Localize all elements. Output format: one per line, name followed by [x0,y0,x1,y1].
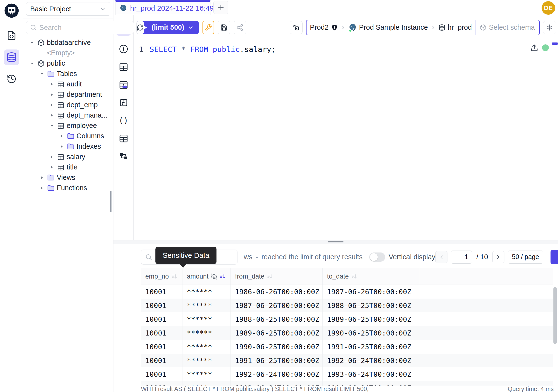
table-cell [419,299,553,312]
caret-right-icon[interactable] [49,92,55,97]
tree-item-empty[interactable]: <Empty> [23,48,113,58]
tree-item-views[interactable]: Views [23,172,113,183]
tree-item-public[interactable]: public [23,58,113,69]
caret-right-icon[interactable] [49,82,55,87]
caret-down-icon[interactable] [29,61,35,66]
panel-splitter[interactable] [113,240,558,244]
editor-scrollbar-thumb[interactable] [552,43,558,45]
page-number-input[interactable] [451,251,472,264]
column-header-from-date[interactable]: from_date [231,268,323,285]
page-size-select[interactable]: 50 / page [508,251,543,264]
results-grid-body: 10001******1986-06-26T00:00:00Z1987-06-2… [141,285,553,386]
tree-item-columns[interactable]: Columns [23,131,113,141]
results-scrollbar-thumb[interactable] [553,287,557,344]
tree-item-tables[interactable]: Tables [23,69,113,79]
table-cell: 1987-06-26T00:00:00Z [323,285,419,299]
table-row[interactable]: 10001******1989-06-25T00:00:00Z1990-06-2… [141,326,553,340]
panel-resize-handle[interactable] [110,191,113,212]
caret-right-icon[interactable] [49,103,55,107]
database-icon [6,52,17,62]
batch-query-button[interactable] [290,21,303,34]
column-header-amount[interactable]: amount [183,268,231,285]
column-header-emp-no[interactable]: emp_no [141,268,183,285]
sort-icon[interactable] [267,273,273,280]
table-icon [57,81,65,88]
save-button[interactable] [218,21,230,34]
table-row[interactable]: 10001******1987-06-26T00:00:00Z1988-06-2… [141,299,553,312]
save-icon [220,24,227,31]
tree-item-bbdataarchive[interactable]: bbdataarchive [23,37,113,48]
table-row[interactable]: 10001******1988-06-25T00:00:00Z1989-06-2… [141,312,553,326]
schema-diagram-button[interactable] [113,147,134,165]
vertical-display-toggle[interactable] [369,253,385,262]
folder-icon [47,70,55,78]
caret-right-icon[interactable] [49,165,55,169]
table-cell: 1986-06-26T00:00:00Z [231,285,323,299]
tree-search-input[interactable] [39,24,130,32]
bytebase-logo[interactable] [4,3,19,18]
functions-panel-button[interactable] [113,94,134,112]
sidebar-item-databases[interactable] [4,50,19,65]
format-wrench-button[interactable] [202,21,214,34]
caret-right-icon[interactable] [39,186,45,190]
tree-item-salary[interactable]: salary [23,152,113,162]
caret-down-icon[interactable] [39,72,45,76]
caret-right-icon[interactable] [49,113,55,118]
tree-item-dept-emp[interactable]: dept_emp [23,100,113,110]
connection-context[interactable]: Prod2 [306,20,475,35]
expand-results-button[interactable] [550,250,558,264]
column-header-to-date[interactable]: to_date [323,268,419,285]
project-selector[interactable]: Basic Project [26,2,110,16]
table-icon [57,101,65,109]
caret-right-icon[interactable] [49,155,55,159]
table-cell: 10001 [141,340,183,354]
tree-item-department[interactable]: department [23,89,113,100]
prev-page-button[interactable] [436,251,447,263]
procedures-panel-button[interactable]: () [113,112,134,129]
tree-item-functions[interactable]: Functions [23,183,113,193]
tree-item-label: Views [57,174,75,182]
column-name: emp_no [145,273,169,280]
table-row[interactable]: 10001******1990-06-25T00:00:00Z1991-06-2… [141,340,553,354]
table-row[interactable]: 10001******1991-06-25T00:00:00Z1992-06-2… [141,354,553,367]
sidebar-item-history[interactable] [4,71,19,87]
caret-down-icon[interactable] [49,124,55,128]
sort-icon[interactable] [171,273,178,280]
ai-assistant-icon [546,24,553,31]
tables-panel-button[interactable] [113,58,134,76]
table-row[interactable]: 10001******1992-06-24T00:00:00Z1993-06-2… [141,367,553,381]
table-row[interactable]: 10001******1986-06-26T00:00:00Z1987-06-2… [141,285,553,299]
column-name: to_date [327,273,349,280]
refresh-button[interactable] [136,21,144,34]
table-cell: 1994-06-24T00:00:00Z [323,381,419,386]
batch-query-icon [292,24,300,31]
sql-editor[interactable]: 1 SELECT * FROM public.salary; [134,40,558,240]
share-button[interactable] [234,21,246,34]
tree-item-employee[interactable]: employee [23,121,113,131]
tree-item-dept-mana[interactable]: dept_mana... [23,110,113,121]
sort-icon[interactable] [219,273,226,280]
run-query-button[interactable]: (limit 500) [137,21,199,34]
upload-icon[interactable] [531,44,538,52]
tree-item-audit[interactable]: audit [23,79,113,89]
masked-tables-panel-button[interactable] [113,76,134,94]
tree-item-indexes[interactable]: Indexes [23,141,113,152]
tree-item-label: public [47,59,65,67]
table-cell: ****** [183,326,231,340]
sidebar-item-worksheets[interactable] [4,28,19,43]
next-page-button[interactable] [492,251,505,263]
external-tables-panel-button[interactable] [113,129,134,147]
sort-icon[interactable] [351,273,357,280]
select-schema-button[interactable]: Select schema [475,20,539,35]
caret-right-icon[interactable] [39,175,45,180]
user-avatar[interactable]: DE [541,1,555,15]
tab-hr-prod[interactable]: hr_prod 2024-11-22 16:49 [115,0,210,15]
info-panel-button[interactable] [113,40,134,58]
caret-right-icon[interactable] [59,134,65,138]
new-tab-button[interactable] [213,1,228,14]
caret-right-icon[interactable] [59,144,65,149]
tree-item-title[interactable]: title [23,162,113,172]
ai-assistant-button[interactable] [543,21,556,34]
caret-down-icon[interactable] [29,41,35,45]
table-row[interactable]: 10001******1993-06-24T00:00:00Z1994-06-2… [141,381,553,386]
